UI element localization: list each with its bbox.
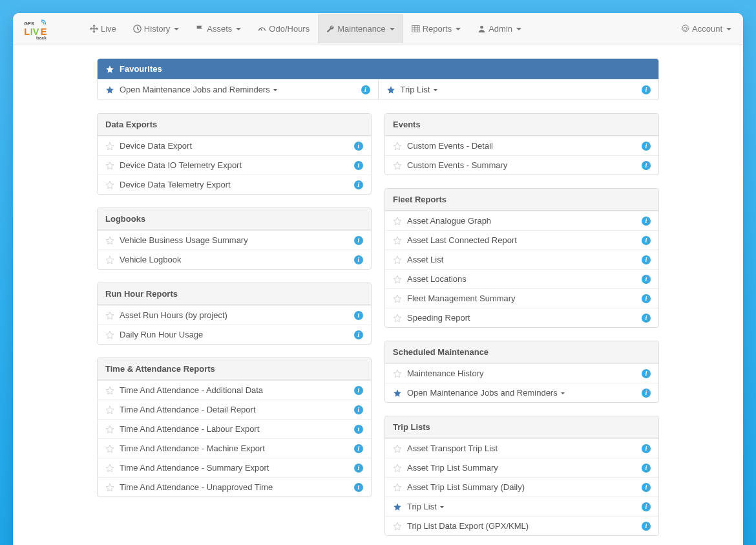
star-icon[interactable] bbox=[105, 311, 114, 320]
info-icon[interactable]: i bbox=[642, 444, 651, 453]
star-icon[interactable] bbox=[105, 236, 114, 245]
logo[interactable]: GPS L IV E track bbox=[17, 17, 81, 41]
info-icon[interactable]: i bbox=[642, 161, 651, 170]
report-link[interactable]: Asset Last Connected Report bbox=[407, 235, 636, 245]
star-icon[interactable] bbox=[393, 369, 402, 378]
info-icon[interactable]: i bbox=[354, 330, 363, 339]
info-icon[interactable]: i bbox=[642, 522, 651, 531]
star-icon[interactable] bbox=[105, 425, 114, 434]
info-icon[interactable]: i bbox=[642, 464, 651, 473]
report-link[interactable]: Open Maintenance Jobs and Reminders bbox=[407, 388, 636, 398]
report-link[interactable]: Time And Attendance - Unapproved Time bbox=[120, 482, 349, 492]
star-icon[interactable] bbox=[393, 275, 402, 284]
star-icon[interactable] bbox=[393, 502, 402, 511]
report-link[interactable]: Device Data IO Telemetry Export bbox=[120, 160, 349, 170]
favourite-link[interactable]: Open Maintenance Jobs and Reminders bbox=[120, 85, 356, 94]
star-icon[interactable] bbox=[105, 444, 114, 453]
info-icon[interactable]: i bbox=[642, 255, 651, 264]
report-link[interactable]: Maintenance History bbox=[407, 369, 636, 378]
star-icon[interactable] bbox=[393, 294, 402, 303]
report-link[interactable]: Custom Events - Detail bbox=[407, 141, 636, 151]
star-icon[interactable] bbox=[105, 180, 114, 189]
star-icon[interactable] bbox=[105, 330, 114, 339]
star-icon[interactable] bbox=[105, 386, 114, 395]
info-icon[interactable]: i bbox=[642, 369, 651, 378]
report-link[interactable]: Device Data Telemetry Export bbox=[120, 180, 349, 189]
info-icon[interactable]: i bbox=[642, 314, 651, 323]
star-icon[interactable] bbox=[105, 161, 114, 170]
star-icon[interactable] bbox=[393, 444, 402, 453]
nav-account[interactable]: Account bbox=[673, 15, 739, 43]
report-link[interactable]: Asset Trip List Summary bbox=[407, 463, 636, 473]
info-icon[interactable]: i bbox=[354, 311, 363, 320]
star-icon[interactable] bbox=[105, 142, 114, 151]
star-icon[interactable] bbox=[105, 464, 114, 473]
report-link[interactable]: Time And Attendance - Detail Report bbox=[120, 405, 349, 414]
report-link[interactable]: Asset List bbox=[407, 255, 636, 264]
star-icon[interactable] bbox=[393, 314, 402, 323]
star-icon[interactable] bbox=[393, 522, 402, 531]
report-link[interactable]: Daily Run Hour Usage bbox=[120, 330, 349, 339]
star-icon[interactable] bbox=[105, 85, 114, 94]
report-link[interactable]: Time And Attendance - Machine Export bbox=[120, 443, 349, 453]
info-icon[interactable]: i bbox=[354, 180, 363, 189]
report-link[interactable]: Device Data Export bbox=[120, 141, 349, 151]
report-link[interactable]: Trip List bbox=[407, 502, 636, 511]
star-icon[interactable] bbox=[393, 161, 402, 170]
info-icon[interactable]: i bbox=[642, 236, 651, 245]
report-link[interactable]: Asset Locations bbox=[407, 274, 636, 284]
favourite-link[interactable]: Trip List bbox=[401, 85, 637, 94]
report-link[interactable]: Asset Analogue Graph bbox=[407, 216, 636, 226]
star-icon[interactable] bbox=[393, 236, 402, 245]
star-icon[interactable] bbox=[105, 483, 114, 492]
info-icon[interactable]: i bbox=[354, 425, 363, 434]
report-link[interactable]: Speeding Report bbox=[407, 313, 636, 323]
report-link[interactable]: Asset Trip List Summary (Daily) bbox=[407, 482, 636, 492]
info-icon[interactable]: i bbox=[361, 85, 370, 94]
info-icon[interactable]: i bbox=[354, 444, 363, 453]
report-link[interactable]: Time And Attendance - Labour Export bbox=[120, 424, 349, 434]
star-icon[interactable] bbox=[393, 142, 402, 151]
report-row: Asset Transport Trip Listi bbox=[385, 438, 658, 458]
nav-odo[interactable]: Odo/Hours bbox=[249, 14, 318, 43]
report-link[interactable]: Asset Run Hours (by project) bbox=[120, 310, 349, 320]
star-icon[interactable] bbox=[393, 255, 402, 264]
info-icon[interactable]: i bbox=[642, 389, 651, 398]
info-icon[interactable]: i bbox=[354, 142, 363, 151]
info-icon[interactable]: i bbox=[642, 275, 651, 284]
info-icon[interactable]: i bbox=[642, 85, 651, 94]
info-icon[interactable]: i bbox=[354, 386, 363, 395]
nav-live[interactable]: Live bbox=[81, 14, 125, 43]
nav-history[interactable]: History bbox=[125, 14, 187, 43]
star-icon[interactable] bbox=[386, 85, 395, 94]
nav-maintenance[interactable]: Maintenance bbox=[318, 14, 403, 43]
info-icon[interactable]: i bbox=[642, 294, 651, 303]
star-icon[interactable] bbox=[393, 217, 402, 226]
info-icon[interactable]: i bbox=[642, 217, 651, 226]
nav-reports[interactable]: Reports bbox=[403, 14, 470, 43]
info-icon[interactable]: i bbox=[642, 502, 651, 511]
report-link[interactable]: Custom Events - Summary bbox=[407, 160, 636, 170]
nav-assets[interactable]: Assets bbox=[187, 14, 249, 43]
star-icon[interactable] bbox=[105, 405, 114, 414]
star-icon[interactable] bbox=[393, 483, 402, 492]
report-link[interactable]: Fleet Management Summary bbox=[407, 294, 636, 303]
report-link[interactable]: Vehicle Business Usage Summary bbox=[120, 235, 349, 245]
report-link[interactable]: Vehicle Logbook bbox=[120, 255, 349, 264]
star-icon[interactable] bbox=[105, 255, 114, 264]
report-link[interactable]: Time And Attendance - Summary Export bbox=[120, 463, 349, 473]
info-icon[interactable]: i bbox=[642, 142, 651, 151]
info-icon[interactable]: i bbox=[354, 483, 363, 492]
report-link[interactable]: Asset Transport Trip List bbox=[407, 443, 636, 453]
star-icon[interactable] bbox=[393, 389, 402, 398]
star-icon[interactable] bbox=[393, 464, 402, 473]
report-link[interactable]: Trip List Data Export (GPX/KML) bbox=[407, 521, 636, 531]
info-icon[interactable]: i bbox=[354, 405, 363, 414]
nav-admin[interactable]: Admin bbox=[469, 14, 530, 43]
info-icon[interactable]: i bbox=[642, 483, 651, 492]
info-icon[interactable]: i bbox=[354, 161, 363, 170]
info-icon[interactable]: i bbox=[354, 236, 363, 245]
info-icon[interactable]: i bbox=[354, 255, 363, 264]
report-link[interactable]: Time And Attendance - Additional Data bbox=[120, 385, 349, 395]
info-icon[interactable]: i bbox=[354, 464, 363, 473]
